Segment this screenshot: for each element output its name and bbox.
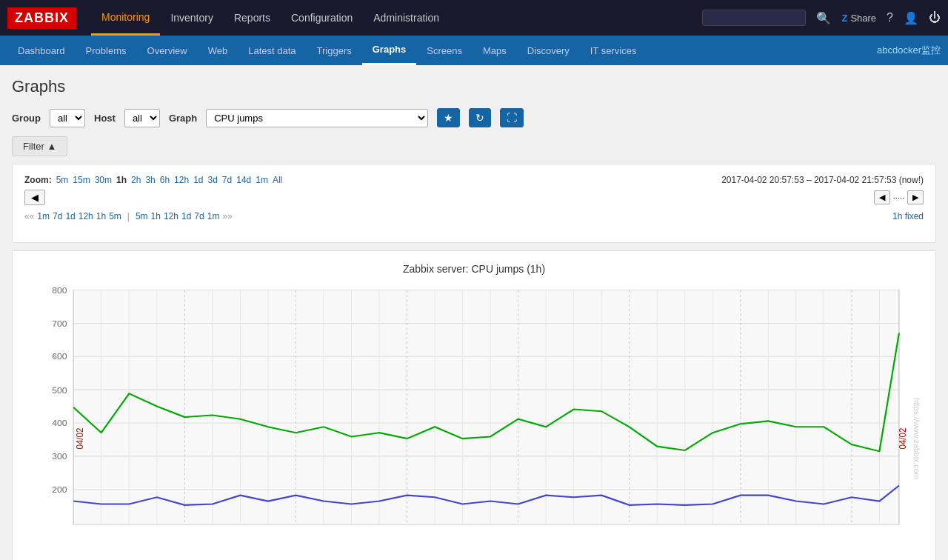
logo[interactable]: ZABBIX	[7, 7, 76, 29]
zoom-30m[interactable]: 30m	[95, 175, 112, 185]
zoom-2h[interactable]: 2h	[131, 175, 141, 185]
svg-text:800: 800	[52, 285, 67, 296]
top-navigation: ZABBIX Monitoring Inventory Reports Conf…	[0, 0, 948, 36]
svg-text:300: 300	[52, 451, 67, 461]
sec-nav-triggers[interactable]: Triggers	[307, 36, 362, 65]
help-icon[interactable]: ?	[887, 11, 893, 24]
svg-text:500: 500	[52, 385, 67, 396]
graph-controls: Zoom: 5m 15m 30m 1h 2h 3h 6h 12h 1d 3d 7…	[12, 164, 936, 243]
zoom-7d[interactable]: 7d	[222, 175, 232, 185]
nav-administration[interactable]: Administration	[363, 0, 450, 36]
nav-inventory[interactable]: Inventory	[160, 0, 224, 36]
scroll-right-1h[interactable]: 1h	[151, 211, 161, 221]
scroll-right-12h[interactable]: 12h	[164, 211, 178, 221]
share-button[interactable]: Z Share	[841, 13, 876, 24]
graph-label: Graph	[169, 113, 197, 124]
group-label: Group	[12, 113, 41, 124]
favorite-button[interactable]: ★	[437, 108, 460, 127]
sec-nav-dashboard[interactable]: Dashboard	[7, 36, 76, 65]
search-input[interactable]	[702, 10, 806, 26]
svg-text:400: 400	[52, 418, 67, 428]
scroll-left-5m[interactable]: 5m	[109, 211, 121, 221]
graph-title: Zabbix server: CPU jumps (1h)	[24, 263, 924, 275]
svg-text:04/02: 04/02	[75, 428, 85, 450]
second-navigation: Dashboard Problems Overview Web Latest d…	[0, 36, 948, 65]
user-icon[interactable]: 👤	[904, 11, 918, 25]
nav-monitoring[interactable]: Monitoring	[91, 0, 160, 36]
zoom-row: Zoom: 5m 15m 30m 1h 2h 3h 6h 12h 1d 3d 7…	[24, 175, 924, 185]
user-label: abcdocker监控	[877, 44, 941, 57]
sec-nav-it-services[interactable]: IT services	[580, 36, 647, 65]
search-icon[interactable]: 🔍	[816, 11, 831, 25]
filter-bar: Group all Host all Graph CPU jumps ★ ↻ ⛶	[12, 108, 936, 127]
refresh-button[interactable]: ↻	[469, 108, 491, 127]
scroll-right-1m[interactable]: 1m	[207, 211, 220, 221]
sec-nav-overview[interactable]: Overview	[137, 36, 198, 65]
zoom-3d[interactable]: 3d	[208, 175, 218, 185]
zoom-1m[interactable]: 1m	[256, 175, 268, 185]
fullscreen-button[interactable]: ⛶	[500, 108, 524, 127]
sec-nav-screens[interactable]: Screens	[416, 36, 473, 65]
graph-container: Zabbix server: CPU jumps (1h) 800 700 60…	[12, 250, 936, 560]
time-range: 2017-04-02 20:57:53 – 2017-04-02 21:57:5…	[721, 175, 924, 185]
zoom-15m[interactable]: 15m	[73, 175, 90, 185]
svg-text:700: 700	[52, 319, 67, 329]
page-title: Graphs	[12, 77, 936, 96]
nav-row: ◀ ◀ ····· ▶	[24, 190, 924, 205]
scroll-far-left: ««	[24, 211, 34, 221]
sec-nav-web[interactable]: Web	[198, 36, 238, 65]
sec-nav-latest-data[interactable]: Latest data	[238, 36, 306, 65]
svg-text:200: 200	[52, 484, 67, 495]
sec-nav-discovery[interactable]: Discovery	[517, 36, 580, 65]
scroll-left-1h[interactable]: 1h	[96, 211, 106, 221]
chart-wrapper: 800 700 600 500 400 300 200	[24, 282, 924, 560]
nav-configuration[interactable]: Configuration	[281, 0, 363, 36]
zoom-5m[interactable]: 5m	[56, 175, 69, 185]
filter-toggle-row: Filter ▲	[12, 136, 936, 156]
sec-nav-problems[interactable]: Problems	[76, 36, 137, 65]
scroll-left-1d[interactable]: 1d	[65, 211, 75, 221]
sec-nav-maps[interactable]: Maps	[473, 36, 517, 65]
scroll-left-12h[interactable]: 12h	[79, 211, 93, 221]
main-content: Graphs Group all Host all Graph CPU jump…	[0, 65, 948, 560]
svg-text:https://www.zabbix.com: https://www.zabbix.com	[912, 398, 921, 479]
zoom-1h[interactable]: 1h	[116, 175, 127, 185]
power-icon[interactable]: ⏻	[929, 11, 941, 24]
zoom-label: Zoom:	[24, 175, 52, 185]
nav-step-right[interactable]: ▶	[907, 190, 924, 204]
nav-dots: ·····	[893, 193, 904, 202]
chart-svg: 800 700 600 500 400 300 200	[24, 282, 924, 560]
scroll-right-7d[interactable]: 7d	[194, 211, 204, 221]
svg-text:600: 600	[52, 352, 67, 362]
graph-select[interactable]: CPU jumps	[206, 109, 428, 127]
svg-text:04/02: 04/02	[897, 428, 907, 450]
zoom-6h[interactable]: 6h	[160, 175, 170, 185]
zoom-12h[interactable]: 12h	[174, 175, 189, 185]
fixed-label: 1h fixed	[892, 211, 924, 221]
nav-reports[interactable]: Reports	[224, 0, 281, 36]
nav-step-left[interactable]: ◀	[874, 190, 890, 204]
scroll-left-7d[interactable]: 7d	[53, 211, 62, 221]
scroll-far-right: »»	[222, 211, 232, 221]
separator: |	[127, 211, 130, 221]
group-select[interactable]: all	[50, 109, 85, 127]
share-z-icon: Z	[841, 13, 847, 24]
nav-prev-button[interactable]: ◀	[24, 190, 45, 205]
nav-right: ◀ ····· ▶	[874, 190, 924, 204]
zoom-14d[interactable]: 14d	[236, 175, 251, 185]
top-nav-right: 🔍 Z Share ? 👤 ⏻	[702, 10, 941, 26]
host-select[interactable]: all	[124, 109, 160, 127]
sec-nav-graphs[interactable]: Graphs	[362, 36, 417, 65]
zoom-1d[interactable]: 1d	[193, 175, 203, 185]
filter-toggle-button[interactable]: Filter ▲	[12, 136, 67, 156]
scroll-nav-row: «« 1m 7d 1d 12h 1h 5m | 5m 1h 12h 1d 7d …	[24, 211, 924, 221]
host-label: Host	[94, 113, 116, 124]
zoom-all[interactable]: All	[273, 175, 282, 185]
scroll-right-5m[interactable]: 5m	[136, 211, 148, 221]
scroll-left-1m[interactable]: 1m	[37, 211, 50, 221]
scroll-right-1d[interactable]: 1d	[181, 211, 191, 221]
zoom-3h[interactable]: 3h	[145, 175, 155, 185]
